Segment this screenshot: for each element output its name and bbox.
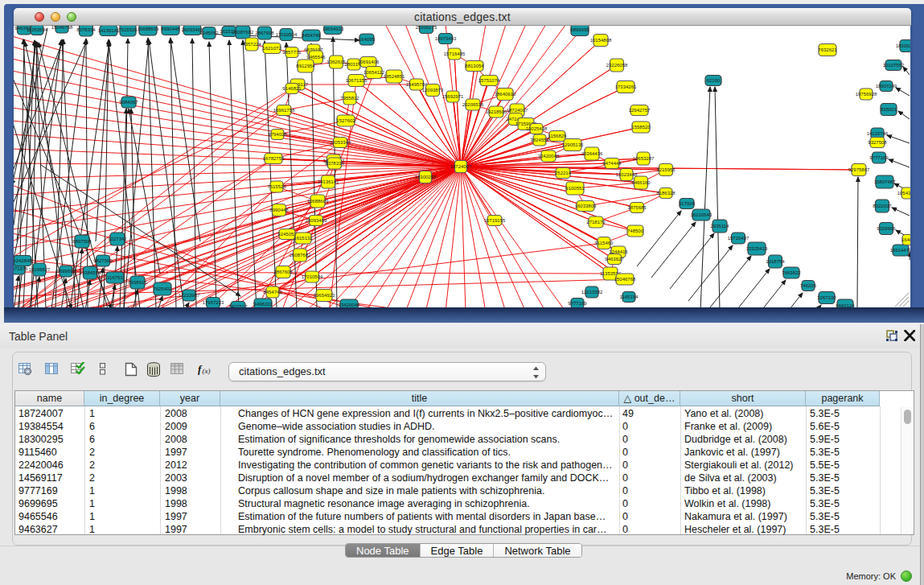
svg-text:2867608: 2867608 <box>273 270 293 274</box>
svg-text:116753: 116753 <box>107 275 123 280</box>
svg-text:12023448: 12023448 <box>616 172 638 177</box>
svg-text:9777169: 9777169 <box>869 155 889 160</box>
svg-text:11353594: 11353594 <box>27 27 48 32</box>
svg-text:20364436: 20364436 <box>581 151 603 156</box>
svg-text:8990448: 8990448 <box>269 208 289 212</box>
svg-text:6899695: 6899695 <box>570 27 589 32</box>
svg-text:2935114: 2935114 <box>711 224 730 229</box>
svg-text:17010504: 17010504 <box>276 32 298 37</box>
svg-text:6466160: 6466160 <box>631 180 651 185</box>
svg-text:12093873: 12093873 <box>422 88 444 93</box>
svg-text:19524851: 19524851 <box>384 74 405 79</box>
svg-text:746206: 746206 <box>800 283 817 288</box>
svg-text:12905135: 12905135 <box>562 142 584 147</box>
svg-text:9699695: 9699695 <box>56 269 76 274</box>
svg-text:16961758: 16961758 <box>273 108 295 113</box>
svg-text:92975867: 92975867 <box>848 167 870 172</box>
svg-text:9245052: 9245052 <box>199 31 219 35</box>
svg-text:15046768: 15046768 <box>614 277 636 282</box>
svg-text:19218506: 19218506 <box>486 109 507 114</box>
svg-text:10973493: 10973493 <box>435 36 457 41</box>
svg-text:15495784: 15495784 <box>406 82 428 87</box>
svg-text:18724007: 18724007 <box>450 164 472 169</box>
svg-text:19166827: 19166827 <box>29 267 51 272</box>
svg-text:62160: 62160 <box>707 78 721 83</box>
svg-text:19654923: 19654923 <box>322 27 344 31</box>
svg-text:7515526: 7515526 <box>267 184 286 189</box>
svg-text:8471676: 8471676 <box>14 266 28 271</box>
svg-text:18724007: 18724007 <box>507 108 528 113</box>
svg-text:15716485: 15716485 <box>444 51 466 56</box>
svg-text:3875685: 3875685 <box>627 205 647 210</box>
svg-text:9329966: 9329966 <box>877 226 896 231</box>
svg-text:12213987: 12213987 <box>179 293 200 298</box>
svg-text:9242848: 9242848 <box>14 258 32 263</box>
svg-text:13325419: 13325419 <box>746 246 768 251</box>
svg-text:9465546: 9465546 <box>306 55 326 60</box>
svg-text:7632621: 7632621 <box>818 47 837 52</box>
svg-text:8378334: 8378334 <box>76 27 96 32</box>
svg-text:8938915: 8938915 <box>128 280 147 285</box>
svg-text:14136141: 14136141 <box>98 28 120 33</box>
svg-text:2867608: 2867608 <box>255 31 274 35</box>
svg-text:8454749: 8454749 <box>302 33 321 38</box>
svg-text:317006: 317006 <box>679 201 696 206</box>
svg-text:10154808: 10154808 <box>590 38 612 43</box>
svg-text:23226058: 23226058 <box>606 63 628 68</box>
svg-text:7625402: 7625402 <box>153 286 172 291</box>
svg-text:9827509: 9827509 <box>93 258 113 263</box>
svg-text:8378334: 8378334 <box>325 161 344 166</box>
svg-text:20691406: 20691406 <box>358 60 380 64</box>
svg-text:15692971: 15692971 <box>442 94 464 99</box>
svg-text:7955812: 7955812 <box>340 96 359 101</box>
svg-text:26093469: 26093469 <box>306 218 327 223</box>
svg-text:2718170: 2718170 <box>586 220 606 225</box>
svg-text:18907249: 18907249 <box>876 84 897 89</box>
svg-text:1156829: 1156829 <box>548 134 568 138</box>
svg-text:252214: 252214 <box>555 171 572 175</box>
svg-text:8912954: 8912954 <box>296 64 315 68</box>
svg-text:16782759: 16782759 <box>263 156 285 161</box>
svg-text:10688609: 10688609 <box>138 27 159 31</box>
svg-text:16033809: 16033809 <box>575 204 597 208</box>
svg-text:1145194: 1145194 <box>620 295 639 299</box>
svg-text:748500: 748500 <box>627 229 644 233</box>
svg-text:1615132: 1615132 <box>294 236 313 241</box>
svg-text:10543962: 10543962 <box>897 191 910 196</box>
svg-text:14136141: 14136141 <box>318 179 339 184</box>
svg-text:15751074: 15751074 <box>478 78 500 83</box>
svg-text:8322037: 8322037 <box>873 204 892 208</box>
svg-text:1527602: 1527602 <box>336 118 355 123</box>
svg-text:15720407: 15720407 <box>728 236 749 241</box>
svg-text:10807487: 10807487 <box>874 179 896 184</box>
svg-text:20053346: 20053346 <box>330 140 351 145</box>
svg-text:10719155: 10719155 <box>484 218 506 223</box>
svg-text:18300295: 18300295 <box>896 43 910 48</box>
svg-text:19756928: 19756928 <box>856 92 877 97</box>
svg-text:10654112: 10654112 <box>363 70 385 75</box>
svg-text:26087682: 26087682 <box>290 253 311 257</box>
svg-text:26087682: 26087682 <box>232 30 254 35</box>
svg-text:12942757: 12942757 <box>629 108 651 113</box>
svg-text:10688609: 10688609 <box>307 199 329 204</box>
svg-text:1362615: 1362615 <box>326 60 346 64</box>
svg-text:(x): (x) <box>203 367 211 375</box>
svg-text:1621072: 1621072 <box>262 46 281 51</box>
svg-text:9227342: 9227342 <box>108 237 127 241</box>
svg-text:7515526: 7515526 <box>118 27 138 32</box>
svg-text:9857771: 9857771 <box>282 50 302 55</box>
svg-text:9100551: 9100551 <box>565 186 585 191</box>
svg-text:10107552: 10107552 <box>883 63 905 68</box>
svg-text:3824554: 3824554 <box>530 138 549 142</box>
svg-text:8990448: 8990448 <box>161 27 180 31</box>
svg-text:19384554: 19384554 <box>80 270 101 275</box>
svg-text:17334261: 17334261 <box>615 84 637 89</box>
svg-text:9474444: 9474444 <box>602 161 622 166</box>
svg-text:8454749: 8454749 <box>263 290 282 295</box>
svg-text:17010504: 17010504 <box>302 274 323 279</box>
svg-text:10025438: 10025438 <box>526 126 548 131</box>
svg-text:835001: 835001 <box>881 107 897 112</box>
svg-text:18300295: 18300295 <box>415 175 437 179</box>
svg-text:9327508: 9327508 <box>868 140 887 145</box>
svg-text:6897508: 6897508 <box>72 239 92 244</box>
